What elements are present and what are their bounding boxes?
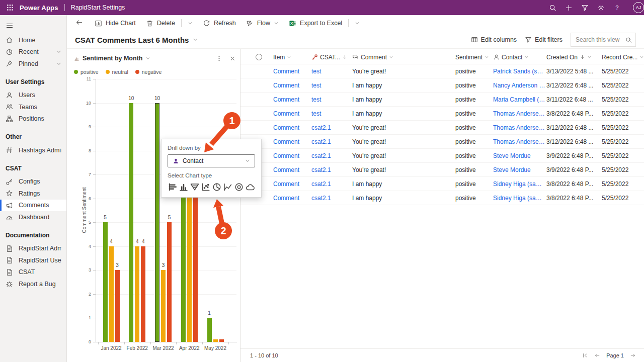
next-page-icon[interactable] <box>630 352 636 358</box>
sidebar-item-hashtags-admin[interactable]: Hashtags Admin <box>0 144 66 156</box>
hide-chart-button[interactable]: Hide Chart <box>90 15 141 31</box>
sidebar-item-recent[interactable]: Recent <box>0 46 66 58</box>
sidebar-item-comments[interactable]: Comments <box>0 200 66 212</box>
view-selector[interactable]: CSAT Comments Last 6 Months <box>75 36 198 44</box>
cell-csat[interactable]: csat2.1 <box>309 124 348 131</box>
sidebar-item-ratings[interactable]: Ratings <box>0 188 66 200</box>
cell-item[interactable]: Comment <box>269 124 309 131</box>
table-row[interactable]: Commentcsat2.1I am happypositiveSidney H… <box>240 191 644 205</box>
cell-contact[interactable]: Nancy Anderson (sa... <box>492 82 545 89</box>
cell-item[interactable]: Comment <box>269 138 309 145</box>
chart-type-pie[interactable] <box>212 182 222 192</box>
cell-csat[interactable]: csat2.1 <box>309 195 348 202</box>
column-header-sentiment[interactable]: Sentiment <box>449 54 492 61</box>
table-row[interactable]: CommenttestI am happypositiveMaria Campb… <box>240 93 644 107</box>
cell-contact[interactable]: Thomas Andersen (... <box>492 138 545 145</box>
cell-contact[interactable]: Thomas Andersen (... <box>492 124 545 131</box>
flow-button[interactable]: Flow <box>241 15 284 31</box>
cell-csat[interactable]: csat2.1 <box>309 138 348 145</box>
drill-down-select[interactable]: Contact <box>168 154 255 167</box>
help-button[interactable]: ? <box>609 0 625 15</box>
table-row[interactable]: Commentcsat2.1You're great!positiveSteve… <box>240 163 644 177</box>
cell-csat[interactable]: csat2.1 <box>309 166 348 173</box>
chart-type-tag-cloud[interactable] <box>245 182 255 192</box>
cell-csat[interactable]: test <box>309 68 348 75</box>
chart-bar-apr-2022-negative[interactable] <box>193 174 198 342</box>
sidebar-item-positions[interactable]: Positions <box>0 113 66 125</box>
chart-bar-may-2022-negative[interactable] <box>219 339 224 342</box>
cell-contact[interactable]: Sidney Higa (sample) <box>492 180 545 188</box>
cell-item[interactable]: Comment <box>269 166 309 173</box>
table-row[interactable]: Commentcsat2.1You're great!positiveThoma… <box>240 121 644 135</box>
chart-bar-apr-2022-neutral[interactable] <box>187 174 192 342</box>
chart-bar-mar-2022-positive[interactable] <box>155 103 159 342</box>
sidebar-item-pinned[interactable]: Pinned <box>0 58 66 70</box>
cell-item[interactable]: Comment <box>269 195 309 202</box>
cell-csat[interactable]: test <box>309 82 348 89</box>
search-icon[interactable] <box>625 37 632 43</box>
chart-bar-jan-2022-neutral[interactable] <box>109 246 114 342</box>
chart-type-scatter[interactable] <box>201 182 211 192</box>
cell-contact[interactable]: Thomas Andersen (... <box>492 110 545 117</box>
filter-button[interactable] <box>577 0 593 15</box>
table-row[interactable]: CommenttestI am happypositiveThomas Ande… <box>240 107 644 121</box>
sidebar-item-report-a-bug[interactable]: Report a Bug <box>0 278 66 290</box>
table-row[interactable]: Commentcsat2.1You're great!positiveThoma… <box>240 135 644 149</box>
cell-item[interactable]: Comment <box>269 96 309 103</box>
select-all-circle[interactable] <box>256 54 262 60</box>
chart-bar-mar-2022-neutral[interactable] <box>161 270 166 342</box>
column-header-contact[interactable]: Contact <box>492 54 545 61</box>
more-commands-button[interactable] <box>183 15 198 31</box>
cell-csat[interactable]: test <box>309 110 348 117</box>
cell-csat[interactable]: csat2.1 <box>309 180 348 188</box>
avatar[interactable]: AJ <box>633 2 644 13</box>
chart-type-doughnut[interactable] <box>234 182 244 192</box>
sidebar-item-configs[interactable]: Configs <box>0 176 66 188</box>
cell-item[interactable]: Comment <box>269 68 309 75</box>
cell-contact[interactable]: Steve Mordue <box>492 152 545 159</box>
column-header-created-on[interactable]: Created On <box>545 54 600 61</box>
chart-type-column[interactable] <box>179 182 189 192</box>
add-button[interactable] <box>560 0 577 15</box>
cell-item[interactable]: Comment <box>269 152 309 159</box>
sidebar-item-rapidstart-admin[interactable]: RapidStart Admin <box>0 243 66 255</box>
sidebar-item-dashboard[interactable]: Dashboard <box>0 211 66 223</box>
search-button[interactable] <box>544 0 560 15</box>
chart-bar-feb-2022-positive[interactable] <box>129 103 133 342</box>
chart-type-line[interactable] <box>223 182 233 192</box>
first-page-icon[interactable] <box>582 352 588 358</box>
sidebar-item-teams[interactable]: Teams <box>0 101 66 113</box>
chart-bar-feb-2022-negative[interactable] <box>141 246 145 342</box>
export-excel-button[interactable]: XExport to Excel <box>284 15 347 31</box>
more-export-button[interactable] <box>350 15 365 31</box>
back-button[interactable] <box>69 19 90 28</box>
edit-columns-button[interactable]: Edit columns <box>471 36 517 43</box>
chart-type-funnel[interactable] <box>190 182 200 192</box>
search-input[interactable] <box>575 36 625 44</box>
select-all-checkbox[interactable] <box>240 54 269 60</box>
chart-bar-feb-2022-neutral[interactable] <box>135 246 139 342</box>
cell-contact[interactable]: Patrick Sands (samp... <box>492 68 545 75</box>
settings-button[interactable] <box>593 0 609 15</box>
cell-csat[interactable]: test <box>309 96 348 103</box>
chart-bar-may-2022-neutral[interactable] <box>213 339 218 342</box>
previous-page-icon[interactable] <box>594 352 600 358</box>
sidebar-item-rapidstart-user[interactable]: RapidStart User <box>0 254 66 266</box>
chart-bar-may-2022-positive[interactable] <box>207 318 212 342</box>
table-row[interactable]: CommenttestI am happypositiveNancy Ander… <box>240 78 644 93</box>
column-header-item[interactable]: Item <box>269 54 309 61</box>
cell-contact[interactable]: Steve Mordue <box>492 166 545 173</box>
cell-item[interactable]: Comment <box>269 82 309 89</box>
table-row[interactable]: Commentcsat2.1You're great!positiveSteve… <box>240 149 644 163</box>
hamburger-button[interactable] <box>0 15 66 34</box>
chart-type-bar-horizontal[interactable] <box>168 182 178 192</box>
edit-filters-button[interactable]: Edit filters <box>525 36 562 43</box>
delete-button[interactable]: Delete <box>141 15 180 31</box>
waffle-icon[interactable] <box>6 4 14 12</box>
column-header-comment[interactable]: Comment <box>348 54 449 61</box>
cell-csat[interactable]: csat2.1 <box>309 152 348 159</box>
sidebar-item-users[interactable]: Users <box>0 89 66 102</box>
app-name[interactable]: RapidStart Settings <box>71 4 125 11</box>
table-row[interactable]: CommenttestYou're great!positivePatrick … <box>240 64 644 78</box>
column-header-record-cre[interactable]: Record Cre... <box>600 54 644 61</box>
